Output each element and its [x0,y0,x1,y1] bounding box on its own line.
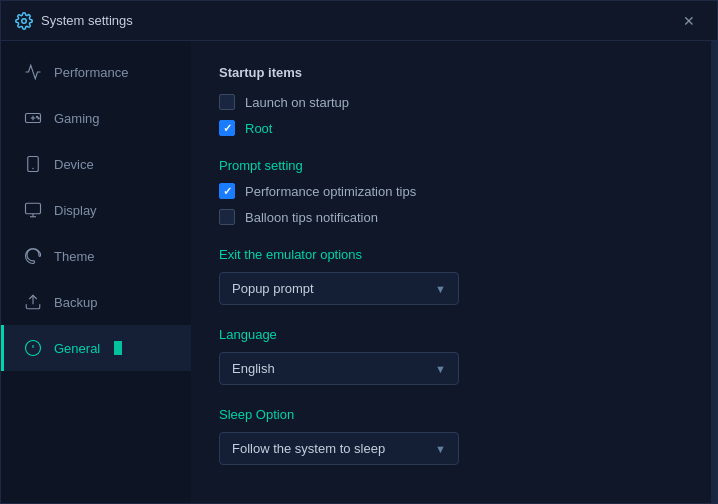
sidebar: Performance Gaming Device [1,41,191,503]
sleep-dropdown-value: Follow the system to sleep [232,441,385,456]
window-title: System settings [41,13,133,28]
sidebar-label-gaming: Gaming [54,111,100,126]
cursor [114,341,122,355]
balloon-row[interactable]: Balloon tips notification [219,209,683,225]
exit-dropdown-value: Popup prompt [232,281,314,296]
title-bar-left: System settings [15,12,133,30]
balloon-label: Balloon tips notification [245,210,378,225]
svg-point-4 [37,116,38,117]
launch-label: Launch on startup [245,95,349,110]
svg-rect-8 [26,203,41,214]
sidebar-item-backup[interactable]: Backup [1,279,191,325]
prompt-section: Prompt setting Performance optimization … [219,158,683,225]
sidebar-label-backup: Backup [54,295,97,310]
general-icon [24,339,42,357]
sleep-title: Sleep Option [219,407,683,422]
display-icon [24,201,42,219]
sleep-dropdown-arrow: ▼ [435,443,446,455]
exit-dropdown[interactable]: Popup prompt ▼ [219,272,459,305]
sidebar-item-gaming[interactable]: Gaming [1,95,191,141]
launch-checkbox[interactable] [219,94,235,110]
svg-point-0 [22,18,27,23]
content-area: Performance Gaming Device [1,41,717,503]
language-dropdown-arrow: ▼ [435,363,446,375]
close-button[interactable]: ✕ [675,7,703,35]
root-checkbox[interactable] [219,120,235,136]
gaming-icon [24,109,42,127]
main-content: Startup items Launch on startup Root Pro… [191,41,711,503]
sidebar-label-device: Device [54,157,94,172]
device-icon [24,155,42,173]
perf-tips-checkbox[interactable] [219,183,235,199]
perf-tips-row[interactable]: Performance optimization tips [219,183,683,199]
sleep-section: Sleep Option Follow the system to sleep … [219,407,683,465]
root-label: Root [245,121,272,136]
title-bar: System settings ✕ [1,1,717,41]
backup-icon [24,293,42,311]
launch-on-startup-row[interactable]: Launch on startup [219,94,683,110]
language-dropdown[interactable]: English ▼ [219,352,459,385]
settings-icon [15,12,33,30]
exit-section: Exit the emulator options Popup prompt ▼ [219,247,683,305]
sidebar-item-general[interactable]: General [1,325,191,371]
sidebar-label-performance: Performance [54,65,128,80]
sidebar-label-display: Display [54,203,97,218]
system-settings-window: System settings ✕ Performance Gam [0,0,718,504]
sidebar-label-general: General [54,341,100,356]
sleep-dropdown[interactable]: Follow the system to sleep ▼ [219,432,459,465]
sidebar-item-display[interactable]: Display [1,187,191,233]
svg-point-5 [38,118,39,119]
language-dropdown-value: English [232,361,275,376]
scrollbar-track[interactable] [711,41,717,503]
exit-dropdown-arrow: ▼ [435,283,446,295]
startup-section: Startup items Launch on startup Root [219,65,683,136]
language-section: Language English ▼ [219,327,683,385]
root-row[interactable]: Root [219,120,683,136]
balloon-checkbox[interactable] [219,209,235,225]
sidebar-item-device[interactable]: Device [1,141,191,187]
language-title: Language [219,327,683,342]
exit-title: Exit the emulator options [219,247,683,262]
theme-icon [24,247,42,265]
startup-title: Startup items [219,65,683,80]
sidebar-item-theme[interactable]: Theme [1,233,191,279]
prompt-title: Prompt setting [219,158,683,173]
perf-tips-label: Performance optimization tips [245,184,416,199]
sidebar-label-theme: Theme [54,249,94,264]
sidebar-item-performance[interactable]: Performance [1,49,191,95]
performance-icon [24,63,42,81]
